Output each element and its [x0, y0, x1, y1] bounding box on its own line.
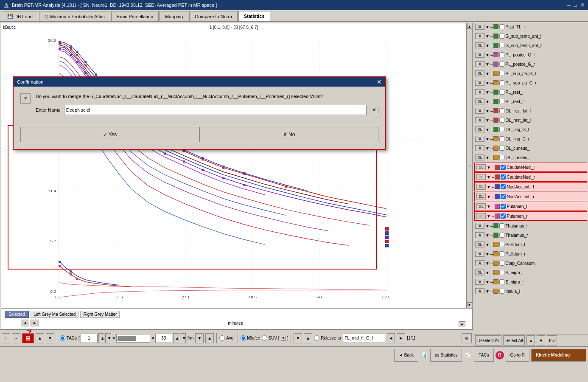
inv-button[interactable]: Inv [547, 335, 557, 345]
roi-check-22[interactable] [499, 233, 504, 238]
roi-dl-btn-2[interactable]: DL [475, 42, 484, 48]
frame-slider[interactable] [116, 334, 150, 343]
roi-dl-btn-0[interactable]: DL [475, 24, 484, 30]
relative-radio-label[interactable]: Relative to [314, 335, 341, 341]
nav-prev-button[interactable]: ◄ [21, 320, 29, 326]
select-all-button[interactable]: Select All [503, 335, 525, 345]
region-prev[interactable]: ◄ [387, 333, 395, 343]
scroll-right-button[interactable]: ► [459, 321, 465, 327]
frame-count-spin[interactable]: ▲ [173, 333, 179, 343]
roi-arrow-0[interactable]: ▼ [485, 25, 490, 29]
frame-spin-down[interactable]: ▼ [105, 333, 111, 343]
roi-dl-btn-23[interactable]: DL [475, 242, 484, 247]
down-arrow-button[interactable]: ▼ [46, 333, 54, 343]
back-button[interactable]: ◄ Back [394, 349, 418, 362]
roi-check-17[interactable] [501, 184, 506, 189]
roi-dl-btn-24[interactable]: DL [475, 251, 484, 257]
go-to-r-button[interactable]: Go to R [506, 349, 529, 362]
roi-arrow-27[interactable]: ▼ [485, 280, 490, 284]
roi-arrow-10[interactable]: ▼ [485, 118, 490, 123]
statistics-button[interactable]: as Statistics [430, 349, 462, 362]
roi-check-3[interactable] [499, 52, 504, 57]
roi-arrow-1[interactable]: ▼ [485, 34, 490, 39]
roi-check-15[interactable] [501, 165, 506, 170]
roi-check-5[interactable] [499, 71, 504, 76]
roi-dl-btn-26[interactable]: DL [475, 270, 484, 275]
roi-arrow-3[interactable]: ▼ [485, 53, 490, 57]
no-button[interactable]: ✗ No [199, 127, 378, 142]
roi-check-18[interactable] [501, 194, 506, 199]
roi-dl-btn-16[interactable]: DL [476, 174, 486, 180]
roi-dl-btn-10[interactable]: DL [475, 117, 484, 123]
roi-arrow-14[interactable]: ▼ [485, 155, 490, 160]
roi-check-26[interactable] [499, 270, 504, 275]
roi-arrow-23[interactable]: ▼ [485, 242, 490, 247]
roi-check-13[interactable] [499, 146, 504, 151]
right-grey-label[interactable]: Right Grey Matter [80, 311, 120, 318]
relative-radio[interactable] [314, 335, 319, 341]
tab-statistics[interactable]: Statistics [238, 11, 270, 21]
help-button[interactable]: ? [20, 93, 31, 104]
roi-arrow-7[interactable]: ▼ [485, 90, 490, 95]
close-button[interactable]: ✕ [580, 2, 585, 8]
roi-arrow-4[interactable]: ▼ [485, 62, 490, 67]
roi-dl-btn-17[interactable]: DL [476, 184, 486, 190]
roi-check-9[interactable] [499, 108, 504, 113]
frame-input[interactable] [81, 334, 98, 343]
scroll-up-button[interactable]: ▲ [467, 24, 472, 29]
roi-check-10[interactable] [499, 118, 504, 123]
maximize-button[interactable]: □ [574, 2, 577, 8]
name-input[interactable] [64, 105, 367, 115]
nav-next-button[interactable]: ► [31, 320, 39, 326]
roi-dl-btn-1[interactable]: DL [475, 33, 484, 39]
region-input[interactable]: FL_mid_fr_G_l [343, 334, 385, 343]
left-grey-label[interactable]: Left Grey Ma Selected [31, 311, 79, 318]
r-icon[interactable]: R [496, 351, 504, 360]
roi-arrow-20[interactable]: ▼ [487, 214, 491, 219]
horizontal-scroll[interactable]: ► [459, 321, 465, 327]
deselect-all-button[interactable]: Deselect All [475, 335, 501, 345]
roi-arrow-12[interactable]: ▼ [485, 137, 490, 141]
tab-db-load[interactable]: 💾 DB Load [2, 11, 38, 21]
clear-input-button[interactable]: ✕ [370, 106, 378, 114]
tab-mapping[interactable]: Mapping [160, 11, 188, 21]
frame-count-spin-down[interactable]: ▼ [180, 333, 186, 343]
roi-arrow-22[interactable]: ▼ [485, 233, 490, 238]
roi-dl-btn-11[interactable]: DL [475, 126, 484, 132]
roi-arrow-28[interactable]: ▼ [485, 289, 490, 294]
roi-check-16[interactable] [501, 174, 506, 180]
roi-arrow-11[interactable]: ▼ [485, 127, 490, 132]
roi-dl-btn-21[interactable]: DL [475, 223, 484, 229]
roi-arrow-17[interactable]: ▼ [487, 185, 491, 189]
roi-check-20[interactable] [501, 213, 506, 219]
roi-check-28[interactable] [499, 289, 504, 294]
roi-check-27[interactable] [499, 279, 504, 284]
roi-check-24[interactable] [499, 251, 504, 256]
roi-arrow-13[interactable]: ▼ [485, 146, 490, 151]
up-arrow-panel[interactable]: ▲ [526, 335, 535, 345]
region-next[interactable]: ► [397, 333, 405, 343]
zoom-in-button[interactable]: + [2, 333, 10, 343]
tab-brain-parcellation[interactable]: Brain Parcellation [111, 11, 159, 21]
chart-vertical-scrollbar[interactable]: ▲ % ▼ [466, 23, 472, 308]
down-arrow-panel[interactable]: ▼ [537, 335, 545, 345]
kbq-radio[interactable] [241, 335, 246, 341]
roi-arrow-19[interactable]: ▼ [487, 204, 491, 209]
roi-check-2[interactable] [499, 43, 504, 48]
suv-radio[interactable] [262, 335, 267, 341]
roi-dl-btn-4[interactable]: DL [475, 61, 484, 67]
zoom-out-button[interactable]: - [12, 333, 20, 343]
tacs-button[interactable]: TACs [474, 349, 493, 362]
merge-button[interactable]: ⊞ [22, 333, 34, 343]
tacs-radio-label[interactable]: TACs [60, 335, 77, 341]
roi-dl-btn-8[interactable]: DL [475, 98, 484, 104]
suv-settings[interactable]: ▼ [281, 336, 286, 341]
yes-button[interactable]: ✓ Yes [20, 127, 199, 142]
dialog-close-button[interactable]: ✕ [377, 79, 382, 85]
roi-arrow-6[interactable]: ▼ [485, 81, 490, 85]
roi-check-23[interactable] [499, 242, 504, 247]
tab-compare-to-norm[interactable]: Compare to Norm [189, 11, 237, 21]
roi-dl-btn-22[interactable]: DL [475, 232, 484, 238]
roi-dl-btn-14[interactable]: DL [475, 154, 484, 160]
roi-check-19[interactable] [501, 204, 506, 209]
